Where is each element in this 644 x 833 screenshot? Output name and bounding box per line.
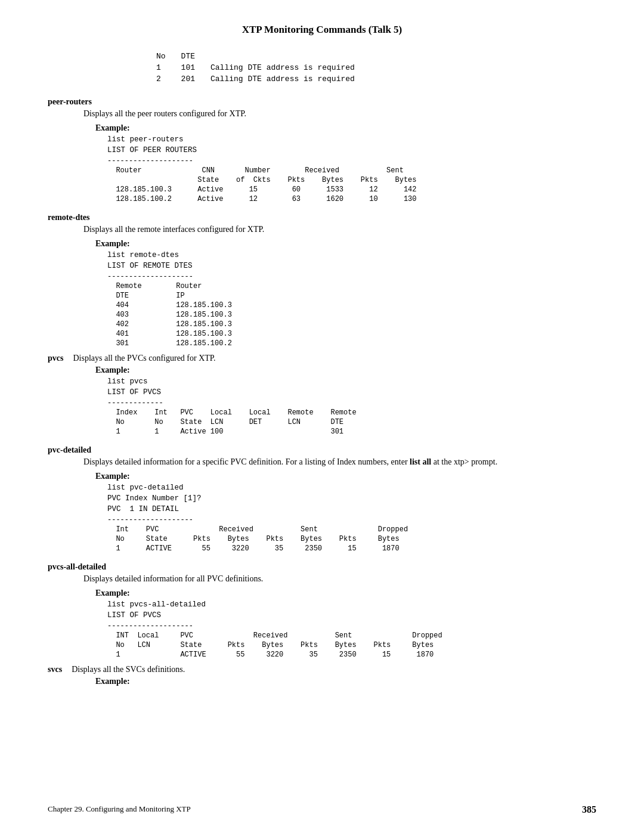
pvcs-desc: Displays all the PVCs configured for XTP… <box>73 354 215 363</box>
intro-row1-no: 1 <box>156 63 180 73</box>
pvcs-all-detailed-row1: 1 ACTIVE 55 3220 35 2350 15 1870 <box>107 651 596 659</box>
svcs-term: svcs <box>48 665 62 674</box>
peer-routers-command: list peer-routers <box>107 135 596 144</box>
pvc-detailed-example-label: Example: <box>95 472 596 481</box>
intro-header-dte: DTE <box>181 51 209 61</box>
peer-routers-term: peer-routers <box>48 97 596 107</box>
peer-routers-list-header: LIST OF PEER ROUTERS <box>107 146 596 154</box>
peer-routers-row2: 128.185.100.2 Active 12 63 1620 10 130 <box>107 195 596 203</box>
pvc-detailed-col2: No State Pkts Bytes Pkts Bytes Pkts Byte… <box>107 535 596 543</box>
intro-table: No DTE 1 101 Calling DTE address is requ… <box>155 50 596 85</box>
pvc-detailed-divider: -------------------- <box>107 516 596 524</box>
pvc-detailed-section: pvc-detailed Displays detailed informati… <box>48 445 596 553</box>
remote-dtes-command: list remote-dtes <box>107 251 596 259</box>
pvc-detailed-prompt: PVC Index Number [1]? <box>107 494 596 503</box>
pvcs-term: pvcs <box>48 354 63 363</box>
page-title: XTP Monitoring Commands (Talk 5) <box>48 24 596 36</box>
pvc-detailed-command: list pvc-detailed <box>107 484 596 492</box>
peer-routers-col2: State of Ckts Pkts Bytes Pkts Bytes <box>107 176 596 184</box>
intro-row1-dte: 101 <box>181 63 209 73</box>
pvc-detailed-detail-header: PVC 1 IN DETAIL <box>107 505 596 513</box>
intro-row2-dte: 201 <box>181 74 209 84</box>
pvcs-row1: 1 1 Active 100 301 <box>107 428 596 436</box>
remote-dtes-section: remote-dtes Displays all the remote inte… <box>48 213 596 348</box>
intro-row2-desc: Calling DTE address is required <box>210 74 369 84</box>
pvcs-command: list pvcs <box>107 377 596 386</box>
pvc-detailed-col1: Int PVC Received Sent Dropped <box>107 525 596 534</box>
pvc-detailed-desc: Displays detailed information for a spec… <box>83 457 596 467</box>
footer-right: 385 <box>582 804 596 815</box>
pvcs-col1: Index Int PVC Local Local Remote Remote <box>107 408 596 417</box>
peer-routers-col1: Router CNN Number Received Sent <box>107 166 596 175</box>
pvcs-divider: ------------- <box>107 399 596 407</box>
intro-header-no: No <box>156 51 180 61</box>
pvcs-all-detailed-col2: No LCN State Pkts Bytes Pkts Bytes Pkts … <box>107 641 596 649</box>
pvcs-all-detailed-list-header: LIST OF PVCS <box>107 611 596 620</box>
remote-dtes-row2: 403 128.185.100.3 <box>107 311 596 319</box>
remote-dtes-term: remote-dtes <box>48 213 596 222</box>
pvc-detailed-bold: list all <box>410 457 431 466</box>
peer-routers-divider: -------------------- <box>107 157 596 165</box>
pvcs-example-label: Example: <box>95 366 596 375</box>
svcs-desc: Displays all the SVCs definitions. <box>72 665 185 674</box>
pvcs-all-detailed-term: pvcs-all-detailed <box>48 562 596 572</box>
page-footer: Chapter 29. Configuring and Monitoring X… <box>0 804 644 815</box>
remote-dtes-row4: 401 128.185.100.3 <box>107 330 596 338</box>
peer-routers-section: peer-routers Displays all the peer route… <box>48 97 596 203</box>
remote-dtes-row5: 301 128.185.100.2 <box>107 339 596 348</box>
pvcs-list-header: LIST OF PVCS <box>107 388 596 397</box>
remote-dtes-col2: DTE IP <box>107 292 596 300</box>
intro-row1-desc: Calling DTE address is required <box>210 63 369 73</box>
peer-routers-row1: 128.185.100.3 Active 15 60 1533 12 142 <box>107 185 596 194</box>
remote-dtes-row3: 402 128.185.100.3 <box>107 320 596 329</box>
svcs-section: svcs Displays all the SVCs definitions. … <box>48 665 596 686</box>
pvc-detailed-term: pvc-detailed <box>48 445 596 455</box>
pvc-detailed-row1: 1 ACTIVE 55 3220 35 2350 15 1870 <box>107 544 596 553</box>
remote-dtes-col1: Remote Router <box>107 282 596 290</box>
pvcs-term-row: pvcs Displays all the PVCs configured fo… <box>48 354 596 363</box>
pvcs-all-detailed-desc: Displays detailed information for all PV… <box>83 574 596 584</box>
remote-dtes-example-label: Example: <box>95 239 596 249</box>
remote-dtes-list-header: LIST OF REMOTE DTES <box>107 262 596 270</box>
pvcs-all-detailed-example-label: Example: <box>95 589 596 598</box>
pvcs-all-detailed-command: list pvcs-all-detailed <box>107 600 596 609</box>
intro-row2-no: 2 <box>156 74 180 84</box>
pvcs-all-detailed-col1: INT Local PVC Received Sent Dropped <box>107 631 596 640</box>
remote-dtes-desc: Displays all the remote interfaces confi… <box>83 225 596 234</box>
svcs-example-label: Example: <box>95 677 596 686</box>
pvcs-col2: No No State LCN DET LCN DTE <box>107 418 596 426</box>
remote-dtes-divider: -------------------- <box>107 272 596 281</box>
pvcs-all-detailed-section: pvcs-all-detailed Displays detailed info… <box>48 562 596 659</box>
footer-left: Chapter 29. Configuring and Monitoring X… <box>48 804 191 815</box>
remote-dtes-row1: 404 128.185.100.3 <box>107 301 596 309</box>
peer-routers-desc: Displays all the peer routers configured… <box>83 109 596 119</box>
pvcs-all-detailed-divider: -------------------- <box>107 622 596 630</box>
svcs-term-row: svcs Displays all the SVCs definitions. <box>48 665 596 674</box>
peer-routers-example-label: Example: <box>95 123 596 133</box>
pvcs-section: pvcs Displays all the PVCs configured fo… <box>48 354 596 436</box>
